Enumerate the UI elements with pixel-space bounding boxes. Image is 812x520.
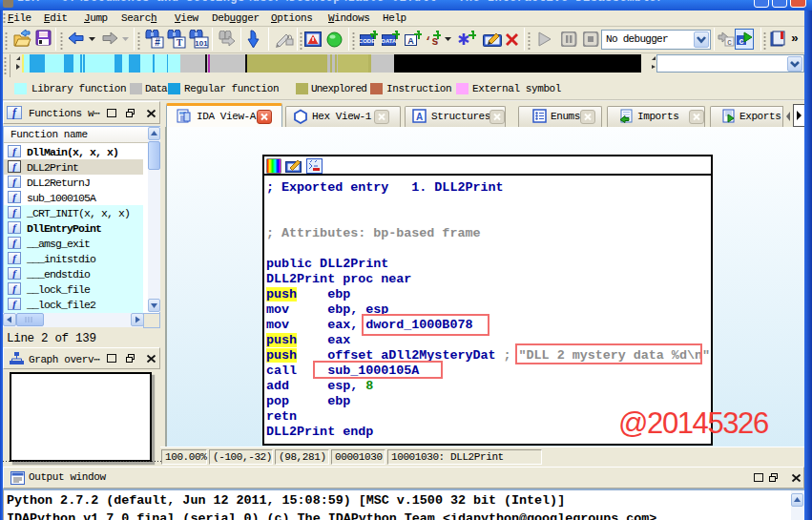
svg-text:#: #	[155, 37, 160, 48]
svg-text:‘s: ‘s	[425, 35, 438, 49]
svg-text:A: A	[416, 112, 423, 122]
svg-text:c: c	[739, 36, 743, 46]
svg-text:c: c	[727, 37, 732, 47]
svg-text:A: A	[407, 36, 414, 46]
svg-text:101: 101	[195, 39, 208, 48]
svg-text:T: T	[177, 37, 183, 48]
svg-text:CODE: CODE	[360, 38, 375, 44]
svg-text:DATA: DATA	[382, 38, 397, 44]
